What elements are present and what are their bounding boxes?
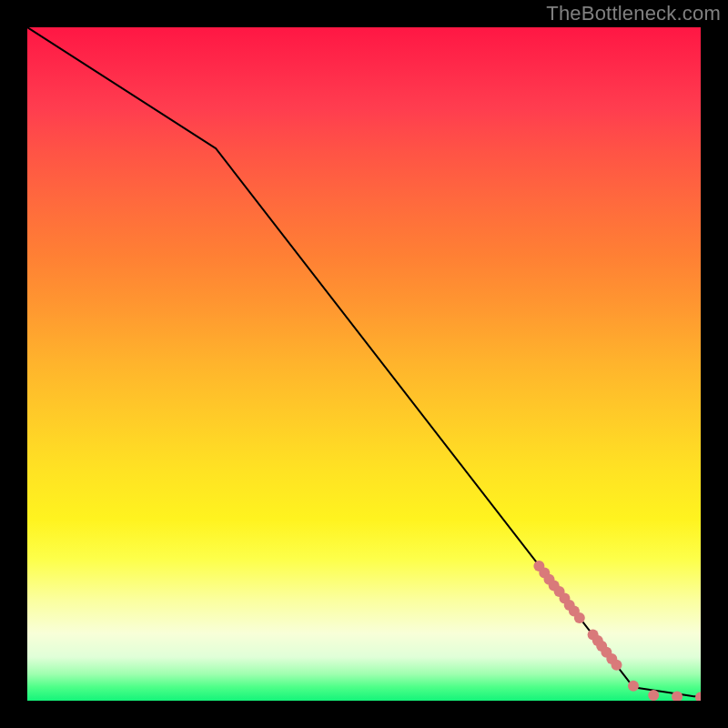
watermark-text: TheBottleneck.com xyxy=(546,2,721,25)
chart-overlay xyxy=(27,27,701,701)
chart-container: TheBottleneck.com xyxy=(0,0,728,728)
plot-area xyxy=(27,27,701,701)
data-marker xyxy=(574,612,585,623)
marker-group xyxy=(533,561,701,701)
data-marker xyxy=(612,660,622,671)
data-marker xyxy=(628,681,639,692)
data-marker xyxy=(648,690,659,701)
bottleneck-line xyxy=(27,27,701,697)
data-marker xyxy=(695,692,701,701)
